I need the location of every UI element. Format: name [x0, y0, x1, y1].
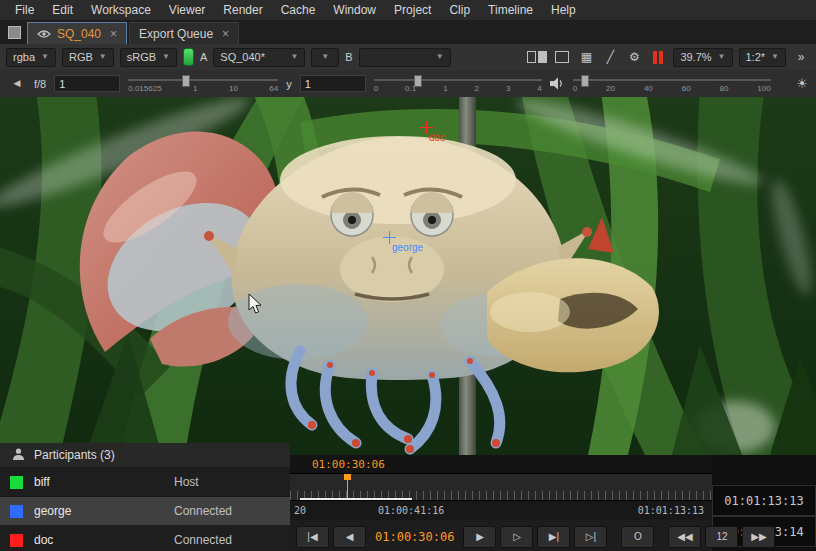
- tab-sq040[interactable]: SQ_040 ×: [27, 22, 127, 44]
- gain-tick: 10: [229, 84, 238, 93]
- volume-tick: 80: [720, 84, 729, 93]
- gamma-tick: 0.1: [405, 84, 416, 93]
- marker-george[interactable]: george: [383, 231, 396, 244]
- menu-window[interactable]: Window: [324, 3, 385, 17]
- range-row[interactable]: 20 01:00:41:16 01:01:13:13: [290, 501, 712, 520]
- participants-panel: Participants (3) biff Host george Connec…: [0, 443, 290, 551]
- volume-tick: 100: [757, 84, 770, 93]
- go-to-start-button[interactable]: |◀: [296, 526, 329, 548]
- mouse-cursor-icon: [248, 293, 262, 318]
- play-button[interactable]: ▶: [463, 526, 496, 548]
- gain-slider[interactable]: 0.015625 1 10 64: [128, 73, 278, 95]
- proxy-value: 1:2*: [746, 51, 766, 63]
- participant-color-swatch: [10, 505, 23, 518]
- channels-value: rgba: [13, 51, 35, 63]
- display-value: RGB: [69, 51, 93, 63]
- fps-box[interactable]: 12: [705, 526, 738, 548]
- proxy-select[interactable]: 1:2*▼: [739, 48, 787, 67]
- playhead-marker[interactable]: [347, 474, 348, 500]
- lamp-icon[interactable]: ☀: [796, 76, 808, 91]
- tab-export-queue[interactable]: Export Queue ×: [129, 22, 239, 44]
- channels-select[interactable]: rgba▼: [6, 48, 56, 67]
- prev-icon[interactable]: ◀: [8, 75, 26, 93]
- menu-viewer[interactable]: Viewer: [160, 3, 214, 17]
- gain-tick: 0.015625: [128, 84, 161, 93]
- loop-button[interactable]: O: [621, 526, 654, 548]
- participant-color-swatch: [10, 476, 23, 489]
- render-indicator-icon[interactable]: [649, 48, 667, 66]
- step-back-button[interactable]: ◀: [333, 526, 366, 548]
- viewer-toolbar: rgba▼ RGB▼ sRGB▼ A SQ_040*▼ ▼ B ▼ ▦ ╱ ⚙ …: [0, 44, 816, 71]
- pane-menu-icon[interactable]: [4, 22, 24, 42]
- layout-split-icon[interactable]: [527, 48, 547, 66]
- display-select[interactable]: RGB▼: [62, 48, 114, 67]
- gear-icon[interactable]: ⚙: [625, 48, 643, 66]
- step-forward-button[interactable]: ▶|: [537, 526, 570, 548]
- menu-project[interactable]: Project: [385, 3, 440, 17]
- volume-slider[interactable]: 0 20 40 60 80 100: [573, 73, 771, 95]
- playhead-timecode: 01:00:30:06: [312, 458, 385, 471]
- app-window: File Edit Workspace Viewer Render Cache …: [0, 0, 816, 551]
- play-alt-button[interactable]: ▷: [500, 526, 533, 548]
- chevron-down-icon: ▼: [718, 53, 726, 61]
- menu-cache[interactable]: Cache: [272, 3, 325, 17]
- menu-edit[interactable]: Edit: [43, 3, 82, 17]
- speaker-icon[interactable]: [550, 77, 565, 90]
- menu-timeline[interactable]: Timeline: [479, 3, 542, 17]
- gamma-tick: 1: [443, 84, 447, 93]
- chevron-down-icon: ▼: [321, 53, 329, 61]
- range-start: 20: [294, 505, 306, 516]
- gamma-input[interactable]: 1: [300, 75, 366, 92]
- close-icon[interactable]: ×: [110, 27, 117, 41]
- close-icon[interactable]: ×: [222, 27, 229, 41]
- tab-label: SQ_040: [57, 27, 101, 41]
- current-timecode-field[interactable]: 01:00:30:06: [370, 530, 459, 544]
- gamma-slider[interactable]: 0 0.1 1 2 3 4: [374, 73, 542, 95]
- timeline-ruler[interactable]: [290, 473, 712, 501]
- blend-mode-select[interactable]: ▼: [311, 48, 339, 67]
- wipe-icon[interactable]: ▦: [577, 48, 595, 66]
- chevron-down-icon: ▼: [771, 53, 779, 61]
- fast-forward-button[interactable]: ▶▶: [742, 526, 775, 548]
- viewer-image: [0, 97, 816, 455]
- status-capsule-icon[interactable]: [183, 48, 194, 66]
- gain-input[interactable]: 1: [54, 75, 120, 92]
- gamma-label: y: [286, 78, 292, 90]
- participant-row[interactable]: doc Connected: [0, 526, 290, 551]
- colorspace-select[interactable]: sRGB▼: [120, 48, 177, 67]
- volume-tick: 0: [573, 84, 577, 93]
- overflow-chevrons-icon[interactable]: »: [792, 48, 810, 66]
- participant-row[interactable]: biff Host: [0, 468, 290, 497]
- volume-tick: 40: [644, 84, 653, 93]
- chevron-down-icon: ▼: [436, 53, 444, 61]
- participants-header[interactable]: Participants (3): [0, 443, 290, 468]
- gain-tick: 1: [193, 84, 197, 93]
- marker-doc[interactable]: doc: [420, 121, 433, 134]
- menu-clip[interactable]: Clip: [440, 3, 479, 17]
- layout-single-icon[interactable]: [553, 48, 571, 66]
- rewind-button[interactable]: ◀◀: [668, 526, 701, 548]
- gamma-tick: 2: [475, 84, 479, 93]
- input-a-select[interactable]: SQ_040*▼: [213, 48, 305, 67]
- menu-file[interactable]: File: [6, 3, 43, 17]
- transport-bar: |◀ ◀ 01:00:30:06 ▶ ▷ ▶| ▷| O ◀◀ 12 ▶▶: [290, 520, 712, 551]
- menu-render[interactable]: Render: [214, 3, 271, 17]
- input-b-select[interactable]: ▼: [359, 48, 451, 67]
- viewer-canvas[interactable]: doc george: [0, 97, 816, 455]
- zoom-select[interactable]: 39.7%▼: [673, 48, 732, 67]
- menu-help[interactable]: Help: [542, 3, 585, 17]
- person-icon: [12, 448, 25, 463]
- fstop-label: f/8: [34, 78, 46, 90]
- participant-name: biff: [34, 475, 174, 489]
- participant-row[interactable]: george Connected: [0, 497, 290, 526]
- zoom-value: 39.7%: [680, 51, 711, 63]
- menu-workspace[interactable]: Workspace: [82, 3, 160, 17]
- slash-overlay-icon[interactable]: ╱: [601, 48, 619, 66]
- marker-label: doc: [429, 132, 445, 143]
- participant-color-swatch: [10, 534, 23, 547]
- chevron-down-icon: ▼: [162, 53, 170, 61]
- go-to-end-button[interactable]: ▷|: [574, 526, 607, 548]
- eye-icon[interactable]: [37, 29, 51, 39]
- cache-indicator: [300, 498, 412, 500]
- chevron-down-icon: ▼: [290, 53, 298, 61]
